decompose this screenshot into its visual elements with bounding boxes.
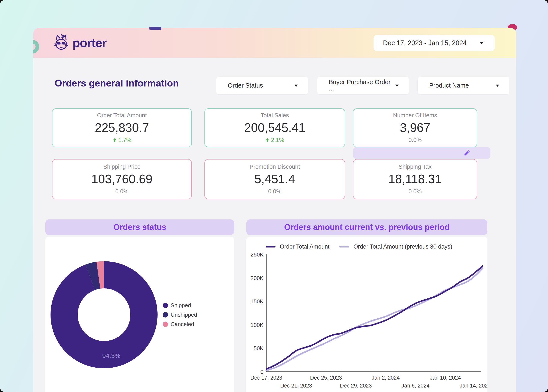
- legend-dot: [163, 322, 168, 327]
- kpi-label: Order Total Amount: [97, 112, 147, 119]
- chevron-down-icon: [480, 42, 484, 44]
- svg-text:Jan 10, 2024: Jan 10, 2024: [430, 375, 461, 381]
- edit-pencil-icon[interactable]: [464, 149, 471, 156]
- svg-text:Dec 21, 2023: Dec 21, 2023: [280, 383, 312, 389]
- svg-text:50K: 50K: [254, 345, 264, 351]
- kpi-value: 5,451.4: [254, 172, 295, 186]
- svg-text:100K: 100K: [250, 322, 264, 328]
- kpi-shipping-tax: Shipping Tax 18,118.31 0.0%: [353, 159, 477, 199]
- kpi-promotion-discount: Promotion Discount 5,451.4 0.0%: [204, 159, 345, 199]
- kpi-total-sales: Total Sales 200,545.41 2.1%: [204, 108, 345, 147]
- svg-text:200K: 200K: [250, 275, 264, 281]
- kpi-order-total-amount: Order Total Amount 225,830.7 1.7%: [52, 108, 192, 147]
- up-arrow-icon: [112, 138, 117, 142]
- svg-text:Jan 2, 2024: Jan 2, 2024: [372, 375, 400, 381]
- orders-amount-panel: Order Total Amount Order Total Amount (p…: [246, 237, 487, 392]
- svg-text:94.3%: 94.3%: [102, 352, 120, 359]
- svg-text:Dec 29, 2023: Dec 29, 2023: [340, 383, 372, 389]
- kpi-value: 200,545.41: [244, 120, 305, 135]
- date-range-value: Dec 17, 2023 - Jan 15, 2024: [383, 39, 467, 47]
- kpi-delta: 0.0%: [268, 188, 282, 195]
- donut-legend: Shipped Unshipped Canceled: [163, 302, 197, 328]
- kpi-label: Shipping Tax: [399, 164, 431, 170]
- date-range-picker[interactable]: Dec 17, 2023 - Jan 15, 2024: [374, 35, 495, 51]
- kpi-value: 225,830.7: [95, 120, 149, 135]
- cat-unicorn-logo-icon: [52, 34, 70, 52]
- kpi-value: 18,118.31: [388, 172, 442, 186]
- svg-text:Dec 25, 2023: Dec 25, 2023: [310, 375, 342, 381]
- kpi-edit-strip: [353, 147, 490, 159]
- purple-tab-decoration: [149, 27, 161, 30]
- svg-text:Jan 6, 2024: Jan 6, 2024: [402, 383, 430, 389]
- filter-label: Product Name: [429, 82, 469, 89]
- kpi-label: Promotion Discount: [250, 164, 300, 170]
- orders-amount-line-chart[interactable]: 050K100K150K200K250KDec 17, 2023Dec 25, …: [246, 237, 487, 392]
- legend-dot: [163, 303, 168, 308]
- up-arrow-icon: [265, 138, 270, 142]
- orders-amount-banner: Orders amount current vs. previous perio…: [246, 219, 487, 235]
- chevron-down-icon: [395, 84, 399, 87]
- svg-text:250K: 250K: [250, 251, 264, 258]
- filter-product-name[interactable]: Product Name: [418, 77, 509, 94]
- orders-status-banner: Orders status: [45, 219, 234, 235]
- legend-item-unshipped[interactable]: Unshipped: [163, 312, 197, 318]
- app-header: porter Dec 17, 2023 - Jan 15, 2024: [33, 28, 516, 58]
- svg-text:0: 0: [261, 369, 264, 375]
- kpi-label: Shipping Price: [103, 164, 140, 170]
- kpi-delta: 0.0%: [115, 188, 129, 195]
- orders-amount-title: Orders amount current vs. previous perio…: [284, 223, 450, 232]
- kpi-value: 3,967: [400, 120, 430, 135]
- kpi-label: Total Sales: [261, 112, 289, 119]
- kpi-label: Number Of Items: [393, 112, 437, 119]
- orders-status-donut-chart[interactable]: 94.3%: [50, 261, 158, 368]
- teal-ring-decoration: [33, 40, 39, 54]
- kpi-delta: 1.7%: [112, 137, 132, 143]
- chevron-down-icon: [295, 84, 298, 87]
- chevron-down-icon: [496, 84, 499, 87]
- filter-buyer-purchase-order[interactable]: Buyer Purchase Order ...: [317, 77, 409, 94]
- legend-item-canceled[interactable]: Canceled: [163, 321, 197, 328]
- legend-dot: [163, 312, 168, 317]
- page-title: Orders general information: [55, 78, 179, 89]
- legend-item-shipped[interactable]: Shipped: [163, 302, 197, 309]
- kpi-number-of-items: Number Of Items 3,967 0.0%: [353, 108, 477, 147]
- dashboard-page: porter Dec 17, 2023 - Jan 15, 2024 Order…: [0, 0, 548, 392]
- kpi-delta: 0.0%: [409, 188, 422, 195]
- svg-text:150K: 150K: [250, 298, 264, 305]
- dashboard-card: porter Dec 17, 2023 - Jan 15, 2024 Order…: [33, 28, 516, 392]
- porter-logo: porter: [52, 32, 107, 54]
- brand-name: porter: [73, 36, 107, 50]
- orders-status-panel: 94.3% Shipped Unshipped Canceled: [45, 237, 234, 392]
- kpi-delta: 0.0%: [409, 137, 422, 143]
- kpi-shipping-price: Shipping Price 103,760.69 0.0%: [52, 159, 192, 199]
- kpi-delta: 2.1%: [265, 137, 284, 143]
- svg-text:Jan 14, 2024: Jan 14, 2024: [460, 383, 487, 389]
- orders-status-title: Orders status: [113, 223, 166, 232]
- filter-order-status[interactable]: Order Status: [216, 77, 308, 94]
- filter-label: Order Status: [228, 82, 263, 89]
- filter-label: Buyer Purchase Order ...: [329, 79, 395, 93]
- svg-text:Dec 17, 2023: Dec 17, 2023: [250, 375, 282, 381]
- kpi-value: 103,760.69: [91, 172, 153, 186]
